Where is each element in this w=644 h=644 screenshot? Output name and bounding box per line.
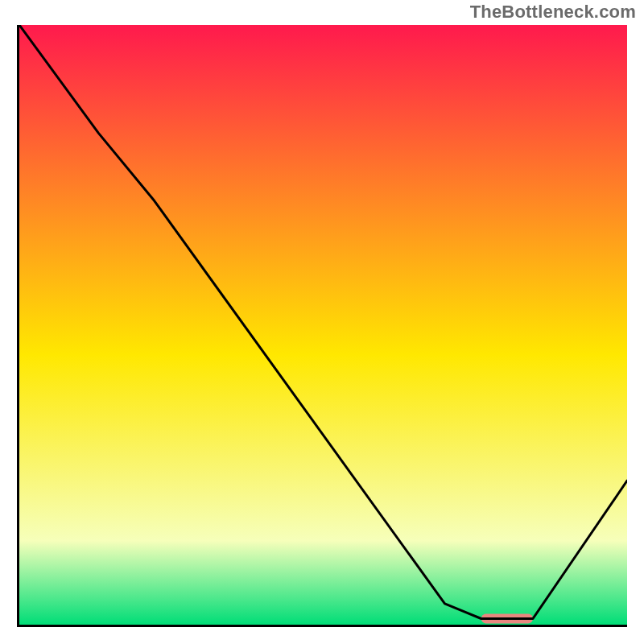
plot-svg [19,25,627,625]
watermark-text: TheBottleneck.com [470,2,636,23]
plot-area [17,25,627,627]
chart-stage: TheBottleneck.com [0,0,644,644]
gradient-background [19,25,627,625]
